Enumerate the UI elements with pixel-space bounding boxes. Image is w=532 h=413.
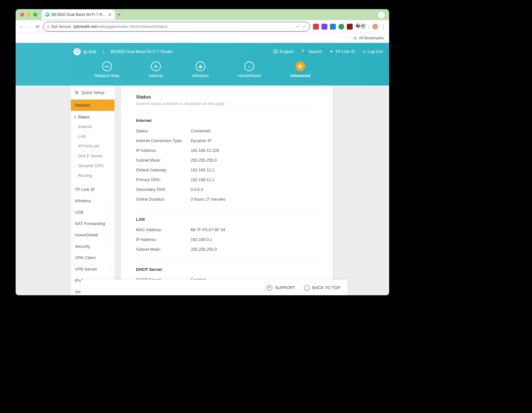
support-button[interactable]: ⟳ SUPPORT xyxy=(266,285,295,291)
sub-label: Routing xyxy=(78,173,92,178)
search-icon: 🔍 xyxy=(301,49,307,54)
back-button[interactable]: ← xyxy=(19,24,24,29)
main-nav: ⊷ Network Map ⊕ Internet ◉ Wireless ⌂ Ho… xyxy=(16,60,389,86)
page-subtitle: Internet status overview is displayed on… xyxy=(136,101,318,111)
reload-button[interactable]: ⟳ xyxy=(36,24,40,29)
kv-row: IP Address:192.168.12.108 xyxy=(136,146,318,155)
kv-value: 192.168.0.1 xyxy=(191,237,318,242)
nav-network-map[interactable]: ⊷ Network Map xyxy=(94,61,119,86)
sidebar-security[interactable]: Security› xyxy=(71,241,115,252)
window-close-button[interactable] xyxy=(20,13,24,17)
sub-internet[interactable]: Internet xyxy=(71,122,115,132)
main-panel: Status Internet status overview is displ… xyxy=(121,86,334,295)
browser-window: BE3600 Dual-Band Wi-Fi 7 R… ✕ + ⌄ ← → ⟳ … xyxy=(16,9,389,295)
product-label: BE3600 Dual-Band Wi-Fi 7 Router xyxy=(111,49,173,54)
sub-label: Status xyxy=(78,115,89,119)
kv-value: 192.168.12.1 xyxy=(191,178,318,182)
user-icon: ✦ xyxy=(330,49,333,54)
kv-row: Internet Connection Type:Dynamic IP xyxy=(136,136,318,146)
logout-label: Log Out xyxy=(368,49,383,54)
logo[interactable]: tp-link | BE3600 Dual-Band Wi-Fi 7 Route… xyxy=(74,48,173,55)
chevron-right-icon: › xyxy=(109,222,111,226)
sidebar-quick-setup[interactable]: ⚙ Quick Setup xyxy=(71,86,115,100)
sub-lan[interactable]: LAN xyxy=(71,132,115,141)
sub-iptv-vlan[interactable]: IPTV/VLAN xyxy=(71,141,115,151)
password-key-icon[interactable]: ⌁ xyxy=(296,24,299,29)
tab-favicon-icon xyxy=(45,12,49,17)
new-tab-button[interactable]: + xyxy=(117,12,120,18)
window-maximize-button[interactable] xyxy=(33,13,37,17)
bookmark-star-icon[interactable]: ☆ xyxy=(302,24,306,29)
nav-arrows: ← → xyxy=(19,24,33,29)
sidebar-homeshield[interactable]: HomeShield› xyxy=(71,229,115,241)
sidebar-usb[interactable]: USB› xyxy=(71,206,115,218)
side-label: HomeShield xyxy=(75,233,98,237)
profile-avatar[interactable] xyxy=(372,24,378,30)
tab-title: BE3600 Dual-Band Wi-Fi 7 R… xyxy=(51,12,106,17)
extension-icon[interactable] xyxy=(330,24,336,30)
lan-rows: MAC Address:68-7F-F0-07-6F-34IP Address:… xyxy=(136,225,318,254)
network-map-icon: ⊷ xyxy=(102,61,112,71)
address-bar[interactable]: ⚠ Not Secure tplinkwifi.net/webpages/ind… xyxy=(43,22,310,32)
kv-key: Online Duration: xyxy=(136,197,191,202)
language-selector[interactable]: A English xyxy=(274,49,293,54)
shield-icon: ⌂ xyxy=(244,61,254,71)
sidebar-vpn-server[interactable]: VPN Server› xyxy=(71,263,115,275)
side-label: VPN Client xyxy=(75,255,96,260)
kv-key: Primary DNS: xyxy=(136,178,191,182)
chevron-right-icon: › xyxy=(109,199,111,203)
all-bookmarks-button[interactable]: 🗀 All Bookmarks xyxy=(353,36,384,40)
kv-row: Subnet Mask:255.255.255.0 xyxy=(136,245,318,254)
browser-tab[interactable]: BE3600 Dual-Band Wi-Fi 7 R… ✕ xyxy=(42,10,115,20)
tplink-id-button[interactable]: ✦ TP-Link ID xyxy=(330,49,355,54)
kv-value: 255.255.255.0 xyxy=(191,247,318,252)
extension-icon[interactable] xyxy=(338,24,344,30)
sidebar-network[interactable]: Network ⌄ xyxy=(71,100,115,111)
network-submenu: Status Internet LAN IPTV/VLAN DHCP Serve… xyxy=(71,111,115,184)
sub-label: Dynamic DNS xyxy=(78,164,104,168)
page-title: Status xyxy=(136,94,318,100)
side-label: VPN Server xyxy=(75,267,97,272)
sub-dhcp-server[interactable]: DHCP Server xyxy=(71,151,115,161)
extension-icon[interactable] xyxy=(347,24,353,30)
extension-icon[interactable] xyxy=(321,24,327,30)
sidebar-nat-forwarding[interactable]: NAT Forwarding› xyxy=(71,218,115,229)
sub-status[interactable]: Status xyxy=(71,112,115,122)
tab-strip: BE3600 Dual-Band Wi-Fi 7 R… ✕ + ⌄ xyxy=(16,9,389,20)
page-content: tp-link | BE3600 Dual-Band Wi-Fi 7 Route… xyxy=(16,43,389,295)
tab-close-icon[interactable]: ✕ xyxy=(108,12,112,17)
extensions-puzzle-icon[interactable]: �壘 xyxy=(355,23,366,30)
search-button[interactable]: 🔍 Search xyxy=(301,49,322,54)
security-indicator[interactable]: ⚠ Not Secure xyxy=(47,24,71,29)
forward-button[interactable]: → xyxy=(28,24,33,29)
extension-icons: �壘 | ⋮ xyxy=(313,23,386,30)
sidebar-tplink-id[interactable]: TP-Link ID xyxy=(71,184,115,195)
kv-key: Subnet Mask: xyxy=(136,158,191,163)
internet-rows: Status:ConnectedInternet Connection Type… xyxy=(136,126,318,204)
nav-advanced[interactable]: ⚙ Advanced xyxy=(290,61,310,86)
back-to-top-label: BACK TO TOP xyxy=(312,285,340,290)
nav-internet[interactable]: ⊕ Internet xyxy=(149,61,163,86)
side-label: USB xyxy=(75,210,84,215)
divider: | xyxy=(368,24,370,30)
kv-value: 192.168.12.108 xyxy=(191,148,318,153)
nav-wireless[interactable]: ◉ Wireless xyxy=(192,61,209,86)
tabs-dropdown-button[interactable]: ⌄ xyxy=(378,12,385,18)
logout-button[interactable]: ⎋ Log Out xyxy=(363,49,383,54)
sidebar-vpn-client[interactable]: VPN Client xyxy=(71,252,115,263)
sidebar-wireless[interactable]: Wireless› xyxy=(71,195,115,206)
window-minimize-button[interactable] xyxy=(27,13,31,17)
extension-icon[interactable] xyxy=(313,24,319,30)
kv-value: Dynamic IP xyxy=(191,139,318,143)
kebab-menu-icon[interactable]: ⋮ xyxy=(381,23,386,30)
kv-row: MAC Address:68-7F-F0-07-6F-34 xyxy=(136,225,318,235)
logout-icon: ⎋ xyxy=(363,49,366,54)
back-to-top-button[interactable]: ↑ BACK TO TOP xyxy=(304,285,340,291)
sub-routing[interactable]: Routing xyxy=(71,171,115,180)
nav-label: Wireless xyxy=(192,73,209,78)
nav-homeshield[interactable]: ⌂ HomeShield xyxy=(238,61,261,86)
kv-key: Default Gateway: xyxy=(136,168,191,172)
internet-heading: Internet xyxy=(136,118,318,123)
sub-dynamic-dns[interactable]: Dynamic DNS xyxy=(71,161,115,171)
kv-key: Subnet Mask: xyxy=(136,247,191,252)
